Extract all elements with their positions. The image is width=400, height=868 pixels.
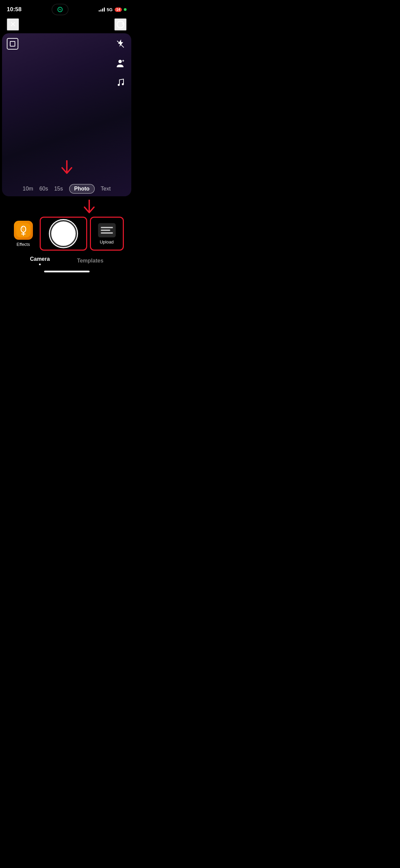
aspect-ratio-toggle[interactable]	[7, 38, 18, 50]
tab-templates-label: Templates	[77, 258, 103, 264]
bottom-area: Effects Upload Camera	[0, 196, 133, 272]
duration-text[interactable]: Text	[101, 186, 111, 192]
person-sparkle-icon	[116, 58, 125, 68]
notification-badge: 14	[115, 7, 122, 12]
upload-arrow	[82, 200, 96, 218]
tab-camera-label: Camera	[30, 256, 50, 262]
dynamic-island-area	[52, 4, 69, 15]
svg-point-3	[122, 83, 124, 85]
tab-camera[interactable]: Camera	[30, 256, 50, 265]
effects-label: Effects	[17, 242, 30, 247]
camera-viewfinder: 10m 60s 15s Photo Text	[2, 33, 131, 196]
signal-bars	[99, 7, 105, 12]
effects-item[interactable]: Effects	[10, 221, 37, 247]
home-indicator	[44, 271, 90, 272]
capture-row: Effects Upload	[0, 217, 133, 251]
status-bar: 10:58 5G 14	[0, 0, 133, 17]
music-icon	[116, 78, 125, 87]
effects-icon	[14, 221, 33, 240]
upload-line-3	[101, 232, 113, 234]
flash-icon	[116, 39, 125, 50]
upload-label: Upload	[100, 239, 114, 245]
duration-selector: 10m 60s 15s Photo Text	[2, 179, 131, 196]
square-inner-icon	[10, 41, 15, 47]
beauty-filter-button[interactable]	[114, 57, 127, 69]
top-controls: ✕	[0, 17, 133, 33]
duration-10m[interactable]: 10m	[23, 186, 33, 192]
battery-indicator	[124, 8, 127, 11]
svg-point-2	[118, 84, 120, 86]
close-button[interactable]: ✕	[7, 18, 19, 31]
music-button[interactable]	[114, 76, 127, 88]
square-icon	[7, 38, 18, 50]
tab-camera-dot	[39, 264, 41, 265]
capture-button-wrapper	[40, 217, 87, 251]
capture-button[interactable]	[50, 220, 77, 247]
status-right: 5G 14	[99, 7, 127, 12]
upload-line-2	[101, 230, 110, 231]
dynamic-island	[52, 4, 69, 15]
photo-tab-arrow	[60, 160, 74, 177]
upload-line-1	[101, 227, 113, 228]
duration-15s[interactable]: 15s	[54, 186, 63, 192]
upload-arrow-area	[0, 200, 133, 217]
status-time: 10:58	[7, 6, 21, 13]
duration-photo[interactable]: Photo	[69, 184, 95, 194]
upload-button[interactable]: Upload	[98, 223, 116, 245]
viewfinder-controls	[114, 38, 127, 88]
svg-point-1	[118, 60, 122, 63]
network-badge: 5G	[107, 7, 113, 12]
tab-bar: Camera Templates	[0, 251, 133, 268]
upload-button-wrapper: Upload	[90, 217, 124, 251]
upload-lines	[101, 227, 113, 234]
flash-button[interactable]	[114, 38, 127, 50]
viewfinder-inner: 10m 60s 15s Photo Text	[2, 33, 131, 196]
upload-icon	[98, 223, 116, 237]
red-arrow-down-photo	[60, 160, 74, 177]
refresh-button[interactable]	[114, 18, 127, 31]
tab-templates[interactable]: Templates	[77, 258, 103, 264]
duration-60s[interactable]: 60s	[39, 186, 48, 192]
